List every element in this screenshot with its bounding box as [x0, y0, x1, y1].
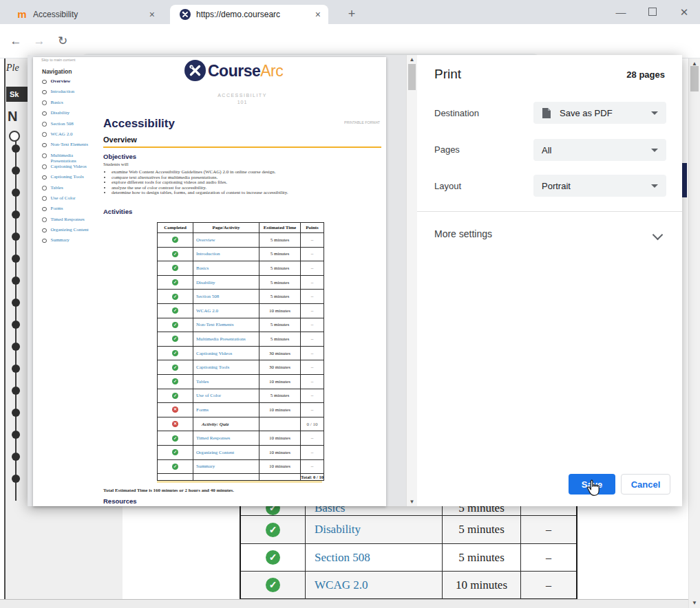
nav-item-label: Tables	[51, 185, 63, 191]
nav-item-label: Non-Text Elements	[51, 142, 89, 147]
pages-dropdown[interactable]: All	[533, 139, 666, 161]
preview-scrollbar[interactable]: ▲ ▼	[406, 55, 417, 506]
nav-item-label: Forms	[51, 206, 63, 211]
forward-button[interactable]: →	[30, 32, 48, 50]
completed-check-icon	[172, 265, 178, 271]
print-preview-page: Skip to main content Navigation Overview…	[33, 57, 386, 506]
chevron-down-icon[interactable]	[653, 230, 664, 241]
time-cell: 10 minutes	[259, 303, 301, 318]
time-cell: 5 minutes	[259, 318, 301, 332]
maximize-button[interactable]	[637, 6, 668, 18]
nav-bullet-icon	[42, 111, 47, 116]
scroll-down-icon[interactable]: ▼	[689, 600, 700, 606]
page-link: Tables	[196, 379, 209, 384]
tab-coursearc[interactable]: https://demo.coursearc ×	[170, 5, 328, 24]
destination-dropdown[interactable]: Save as PDF	[533, 102, 666, 124]
dialog-title: Print	[434, 67, 461, 82]
page-link: Section 508	[196, 294, 219, 299]
nav-item-label: Disability	[51, 110, 70, 116]
points-cell: –	[301, 346, 324, 360]
window-close-button[interactable]: ✕	[668, 6, 700, 19]
nav-item-label: Basics	[51, 100, 63, 105]
nav-item-label: Captioning Tools	[51, 174, 84, 180]
completed-check-icon	[172, 251, 178, 257]
page-link[interactable]: Disability	[315, 523, 361, 536]
completed-check-icon	[266, 523, 280, 537]
nav-bullet-icon	[42, 217, 47, 222]
preview-scroll-up-icon[interactable]: ▲	[407, 56, 417, 63]
nav-bullet-icon	[12, 431, 20, 439]
new-tab-button[interactable]: +	[343, 6, 361, 23]
nav-bullet-icon	[42, 122, 47, 127]
print-settings-panel: Print 28 pages Destination Save as PDF P…	[417, 55, 682, 506]
completed-check-icon	[172, 350, 178, 356]
layout-label: Layout	[434, 181, 461, 191]
page-link[interactable]: WCAG 2.0	[315, 578, 368, 591]
page-link: Forms	[196, 407, 209, 413]
page-link: WCAG 2.0	[196, 308, 218, 314]
nav-bullet-icon	[42, 80, 47, 85]
points-cell: –	[301, 261, 324, 276]
page-navigation-heading: N	[8, 109, 17, 124]
column-header: Page/Activity	[193, 223, 259, 233]
page-link[interactable]: Section 508	[315, 551, 370, 564]
tab-strip: m Accessibility × https://demo.coursearc…	[0, 0, 700, 24]
nav-bullet-icon	[42, 164, 47, 169]
total-row: Total: 0 / 10	[158, 474, 324, 481]
points-cell: –	[301, 303, 324, 318]
nav-item-label: Overview	[51, 78, 71, 84]
nav-item-label: Introduction	[51, 89, 75, 94]
preview-nav-item: Organizing Content	[42, 227, 100, 237]
tab-close-icon[interactable]: ×	[147, 9, 157, 20]
printable-format-label: PRINTABLE FORMAT	[344, 120, 380, 124]
scrollbar-thumb[interactable]	[690, 66, 699, 91]
tab-close-icon[interactable]: ×	[313, 9, 323, 20]
time-cell: 10 minutes	[259, 459, 301, 474]
tab-accessibility[interactable]: m Accessibility ×	[7, 5, 162, 24]
page-link: Captioning Videos	[196, 351, 232, 356]
reload-button[interactable]: ↻	[54, 32, 72, 50]
completed-check-icon	[172, 435, 178, 442]
logo-subtitle: ACCESSIBILITY	[194, 93, 290, 98]
table-row: Basics5 minutes–	[158, 261, 324, 276]
activities-heading: Activities	[103, 208, 132, 215]
time-cell: 5 minutes	[259, 247, 301, 261]
incomplete-x-icon	[172, 406, 178, 413]
nav-item-label: WCAG 2.0	[51, 131, 73, 137]
skip-to-content-button[interactable]: Sk	[6, 87, 28, 102]
tab-title: https://demo.coursearc	[196, 10, 308, 19]
page-link: Timed Responses	[196, 435, 230, 441]
cancel-button[interactable]: Cancel	[621, 474, 670, 495]
more-settings-button[interactable]: More settings	[434, 228, 492, 239]
preview-scroll-down-icon[interactable]: ▼	[407, 499, 417, 505]
completed-check-icon	[172, 336, 178, 342]
logo-subtitle-number: 101	[194, 100, 290, 105]
nav-bullet-icon	[12, 276, 20, 285]
nav-bullet-icon	[12, 254, 20, 263]
points-cell: –	[301, 275, 324, 290]
page-link: Disability	[196, 280, 215, 285]
column-header: Points	[301, 223, 324, 233]
table-row: Overview5 minutes–	[158, 233, 324, 248]
minimize-button[interactable]: —	[605, 6, 637, 18]
completed-check-icon	[266, 550, 280, 565]
preview-nav-item: Basics	[42, 100, 100, 110]
page-scrollbar[interactable]: ▲ ▼	[688, 58, 700, 608]
print-dialog: Skip to main content Navigation Overview…	[28, 55, 682, 506]
time-cell: 10 minutes	[259, 445, 301, 459]
page-link: Non-Text Elements	[196, 322, 234, 327]
students-will-text: Students will	[103, 162, 129, 168]
nav-bullet-icon	[12, 343, 20, 351]
page-bottom-scrollbar[interactable]	[0, 599, 688, 608]
time-cell: 5 minutes	[259, 332, 301, 347]
print-preview-area: Skip to main content Navigation Overview…	[28, 55, 406, 506]
layout-dropdown[interactable]: Portrait	[533, 175, 666, 197]
back-button[interactable]: ←	[7, 32, 25, 50]
time-cell: 10 minutes	[259, 431, 301, 446]
total-points-cell: Total: 0 / 10	[301, 474, 324, 481]
browser-toolbar: ← → ↻ demo.coursearc ☆ ⋮	[0, 24, 700, 58]
nav-bullet-icon	[12, 188, 20, 197]
nav-bullet-icon	[12, 232, 20, 241]
preview-scrollbar-thumb[interactable]	[408, 64, 416, 90]
window-controls: — ✕	[605, 0, 700, 24]
